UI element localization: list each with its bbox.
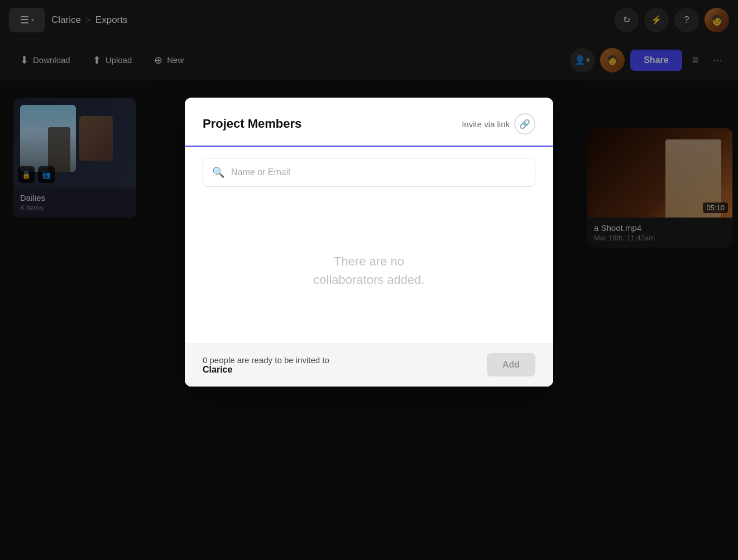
invite-link-label: Invite via link bbox=[462, 119, 510, 129]
add-button[interactable]: Add bbox=[487, 353, 535, 376]
search-box: 🔍 bbox=[203, 158, 535, 187]
project-members-modal: Project Members Invite via link 🔗 🔍 Ther… bbox=[185, 98, 553, 387]
search-input[interactable] bbox=[231, 167, 526, 177]
footer-invite-text: 0 people are ready to be invited to Clar… bbox=[203, 355, 329, 375]
footer-count-text: 0 people are ready to be invited to bbox=[203, 355, 329, 365]
modal-footer: 0 people are ready to be invited to Clar… bbox=[185, 343, 553, 387]
footer-project-name: Clarice bbox=[203, 365, 329, 375]
add-label: Add bbox=[502, 360, 520, 369]
modal-search-area: 🔍 bbox=[185, 147, 553, 198]
modal-header: Project Members Invite via link 🔗 bbox=[185, 98, 553, 147]
empty-state-message: There are nocollaborators added. bbox=[313, 252, 424, 289]
link-icon: 🔗 bbox=[519, 119, 530, 129]
search-icon: 🔍 bbox=[212, 166, 224, 178]
link-icon-circle: 🔗 bbox=[514, 113, 535, 134]
invite-via-link-button[interactable]: Invite via link 🔗 bbox=[462, 113, 535, 134]
modal-title: Project Members bbox=[203, 117, 453, 131]
modal-body: There are nocollaborators added. bbox=[185, 198, 553, 343]
